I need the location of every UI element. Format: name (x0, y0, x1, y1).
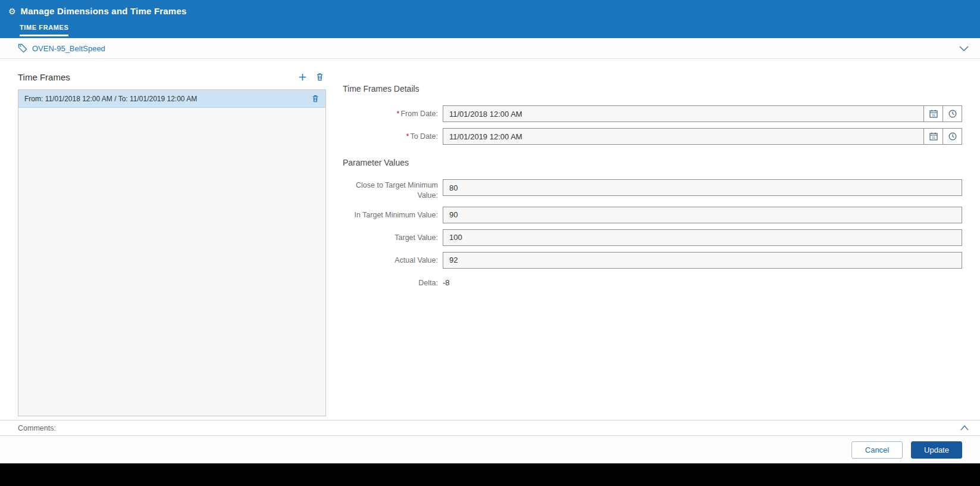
time-frames-panel: Time Frames (18, 68, 326, 420)
plus-icon (298, 73, 307, 82)
actual-value-field (443, 252, 962, 269)
trash-icon (311, 94, 320, 103)
target-value-field (443, 229, 962, 246)
to-date-field: 31 (443, 128, 962, 145)
header-title-row: ⚙ Manage Dimensions and Time Frames (8, 6, 980, 16)
from-date-field: 31 (443, 105, 962, 122)
to-date-input-group: 31 (443, 128, 962, 145)
calendar-icon: 31 (929, 132, 938, 141)
actual-value-input[interactable] (443, 252, 962, 269)
chevron-up-icon[interactable] (960, 424, 969, 432)
close-to-target-min-input[interactable] (443, 179, 962, 196)
main-content: Time Frames (0, 59, 980, 420)
details-title: Time Frames Details (343, 84, 962, 94)
time-frames-panel-header: Time Frames (18, 68, 326, 85)
in-target-min-row: In Target Minimum Value: (343, 207, 962, 223)
time-frame-list-item[interactable]: From: 11/01/2018 12:00 AM / To: 11/01/20… (18, 90, 325, 108)
calendar-icon: 31 (929, 109, 938, 119)
tag-icon (18, 43, 27, 53)
clock-icon (948, 132, 957, 141)
gear-icon: ⚙ (8, 7, 16, 15)
chevron-down-icon[interactable] (959, 44, 969, 52)
clock-icon (948, 109, 957, 119)
from-date-label-text: From Date: (400, 110, 438, 118)
from-date-input-group: 31 (443, 105, 962, 122)
close-to-target-min-label: Close to Target Minimum Value: (343, 179, 438, 201)
delta-row: Delta: -8 (343, 275, 962, 288)
to-date-input[interactable] (443, 129, 923, 144)
delta-label: Delta: (343, 275, 438, 288)
time-frames-panel-title: Time Frames (18, 72, 70, 82)
cancel-button[interactable]: Cancel (851, 441, 903, 459)
close-to-target-min-field (443, 179, 962, 196)
app-window: ⚙ Manage Dimensions and Time Frames TIME… (0, 0, 980, 463)
svg-text:31: 31 (931, 113, 935, 117)
from-date-label: *From Date: (343, 105, 438, 119)
time-frames-actions (298, 72, 326, 82)
add-time-frame-button[interactable] (298, 73, 307, 82)
target-value-row: Target Value: (343, 229, 962, 246)
delta-field: -8 (443, 275, 962, 288)
required-marker: * (406, 132, 409, 141)
variable-expander-bar[interactable]: OVEN-95_BeltSpeed (0, 38, 980, 59)
time-frame-details-panel: Time Frames Details *From Date: (326, 68, 962, 420)
actual-value-label: Actual Value: (343, 252, 438, 266)
in-target-min-field (443, 207, 962, 223)
target-value-input[interactable] (443, 229, 962, 246)
to-date-label-text: To Date: (410, 132, 438, 141)
tab-time-frames[interactable]: TIME FRAMES (20, 24, 68, 36)
from-time-button[interactable] (943, 106, 962, 122)
delta-value: -8 (443, 275, 450, 287)
tab-bar: TIME FRAMES (20, 21, 980, 36)
variable-name: OVEN-95_BeltSpeed (32, 44, 105, 53)
in-target-min-label: In Target Minimum Value: (343, 207, 438, 220)
update-button[interactable]: Update (911, 441, 962, 459)
page-title: Manage Dimensions and Time Frames (21, 6, 187, 16)
to-time-button[interactable] (943, 129, 962, 144)
header: ⚙ Manage Dimensions and Time Frames TIME… (0, 0, 980, 38)
required-marker: * (397, 110, 400, 118)
comments-label: Comments: (18, 424, 56, 432)
delete-time-frame-row-button[interactable] (311, 94, 320, 103)
to-date-row: *To Date: 31 (343, 128, 962, 145)
comments-expander-bar[interactable]: Comments: (0, 420, 980, 436)
svg-text:31: 31 (931, 136, 935, 139)
time-frame-label: From: 11/01/2018 12:00 AM / To: 11/01/20… (24, 95, 197, 103)
footer: Cancel Update (0, 436, 980, 463)
actual-value-row: Actual Value: (343, 252, 962, 269)
parameter-values-title: Parameter Values (343, 158, 962, 167)
from-date-input[interactable] (443, 106, 923, 122)
from-date-row: *From Date: 31 (343, 105, 962, 122)
time-frames-list: From: 11/01/2018 12:00 AM / To: 11/01/20… (18, 89, 326, 416)
delete-time-frames-button[interactable] (315, 72, 324, 82)
from-date-calendar-button[interactable]: 31 (923, 106, 943, 122)
close-to-target-min-row: Close to Target Minimum Value: (343, 179, 962, 201)
trash-icon (315, 72, 324, 82)
to-date-calendar-button[interactable]: 31 (923, 129, 943, 144)
to-date-label: *To Date: (343, 128, 438, 142)
in-target-min-input[interactable] (443, 207, 962, 223)
target-value-label: Target Value: (343, 229, 438, 243)
